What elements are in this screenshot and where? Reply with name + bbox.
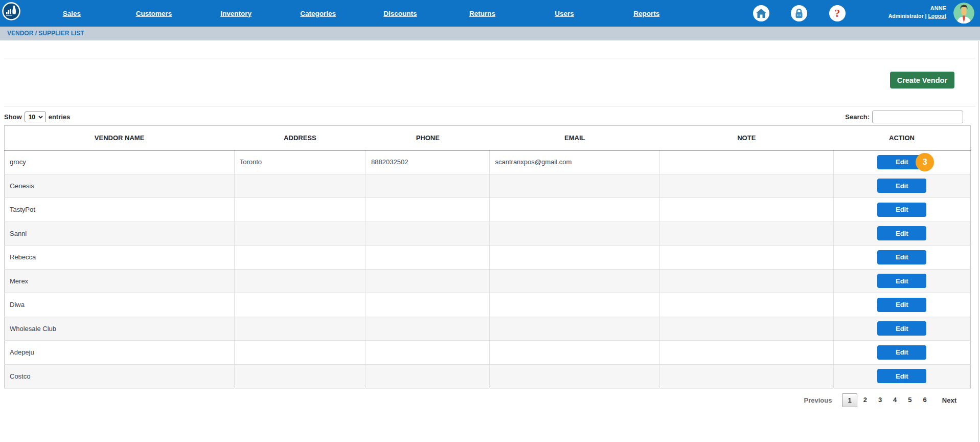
page-button-3[interactable]: 3 — [873, 393, 887, 407]
column-header-phone: PHONE — [366, 126, 490, 150]
edit-button[interactable]: Edit — [877, 369, 926, 383]
cell-email — [490, 317, 660, 341]
cell-email — [490, 341, 660, 365]
nav-item-returns[interactable]: Returns — [441, 0, 523, 27]
avatar[interactable] — [953, 3, 974, 24]
nav-item-reports[interactable]: Reports — [605, 0, 688, 27]
cell-address — [234, 269, 366, 293]
breadcrumb: VENDOR / SUPPLIER LIST — [0, 27, 980, 40]
edit-button[interactable]: Edit — [877, 203, 926, 217]
cell-note — [660, 198, 834, 222]
nav-menu: SalesCustomersInventoryCategoriesDiscoun… — [31, 0, 688, 27]
top-nav: SalesCustomersInventoryCategoriesDiscoun… — [0, 0, 980, 27]
edit-button[interactable]: Edit — [877, 298, 926, 312]
nav-item-sales[interactable]: Sales — [31, 0, 113, 27]
table-row: AdepejuEdit — [5, 341, 971, 365]
nav-item-customers[interactable]: Customers — [113, 0, 195, 27]
cell-address — [234, 364, 366, 388]
page-button-1[interactable]: 1 — [842, 393, 857, 407]
cell-note — [660, 317, 834, 341]
help-icon[interactable]: ? — [829, 5, 846, 21]
cell-action: Edit — [833, 317, 970, 341]
table-row: GenesisEdit — [5, 174, 971, 198]
column-header-email: EMAIL — [490, 126, 660, 150]
edit-button[interactable]: Edit — [877, 226, 926, 240]
chevron-down-icon — [38, 116, 43, 119]
entries-label: entries — [49, 113, 71, 121]
edit-button[interactable]: Edit — [877, 321, 926, 336]
pagination: Previous 123456 Next — [0, 393, 962, 407]
cell-email — [490, 269, 660, 293]
cell-email — [490, 364, 660, 388]
edit-button[interactable]: Edit — [877, 250, 926, 264]
nav-item-users[interactable]: Users — [523, 0, 606, 27]
app-logo-icon[interactable] — [2, 2, 21, 23]
page-button-6[interactable]: 6 — [918, 393, 932, 407]
user-name: ANNE — [888, 5, 946, 12]
divider — [4, 106, 975, 106]
cell-vendor: Adepeju — [5, 341, 235, 365]
cell-action: Edit — [833, 269, 970, 293]
cell-phone — [366, 222, 490, 246]
cell-phone — [366, 341, 490, 365]
scrollbar-track — [978, 41, 979, 442]
edit-button[interactable]: Edit — [877, 179, 926, 193]
table-header-row: VENDOR NAMEADDRESSPHONEEMAILNOTEACTION — [5, 126, 971, 150]
create-vendor-button[interactable]: Create Vendor — [890, 72, 954, 89]
table-row: SanniEdit — [5, 222, 971, 246]
nav-item-discounts[interactable]: Discounts — [359, 0, 442, 27]
edit-button[interactable]: Edit — [877, 345, 926, 360]
cell-phone — [366, 364, 490, 388]
cell-vendor: Rebecca — [5, 246, 235, 270]
cell-email — [490, 222, 660, 246]
nav-item-inventory[interactable]: Inventory — [195, 0, 277, 27]
cell-address — [234, 174, 366, 198]
cell-note — [660, 293, 834, 317]
cell-note — [660, 150, 834, 174]
pagination-previous[interactable]: Previous — [799, 394, 837, 407]
cell-phone — [366, 269, 490, 293]
divider — [4, 58, 975, 58]
show-label: Show — [4, 113, 22, 121]
notification-badge: 3 — [916, 153, 934, 171]
search-input[interactable] — [872, 110, 963, 123]
page-button-2[interactable]: 2 — [858, 393, 872, 407]
cell-phone — [366, 198, 490, 222]
cell-action: Edit — [833, 222, 970, 246]
home-icon[interactable] — [753, 5, 769, 21]
cell-action: Edit — [833, 341, 970, 365]
cell-note — [660, 246, 834, 270]
cell-address: Toronto — [234, 150, 366, 174]
cell-vendor: Sanni — [5, 222, 235, 246]
page-button-5[interactable]: 5 — [903, 393, 917, 407]
search-label: Search: — [845, 113, 870, 121]
cell-vendor: Wholesale Club — [5, 317, 235, 341]
table-row: RebeccaEdit — [5, 246, 971, 270]
lock-icon[interactable] — [791, 5, 807, 21]
cell-note — [660, 174, 834, 198]
cell-email — [490, 174, 660, 198]
cell-address — [234, 341, 366, 365]
cell-phone — [366, 174, 490, 198]
cell-email — [490, 293, 660, 317]
logout-link[interactable]: Logout — [928, 13, 946, 19]
cell-note — [660, 222, 834, 246]
page-button-4[interactable]: 4 — [888, 393, 902, 407]
vendor-table: VENDOR NAMEADDRESSPHONEEMAILNOTEACTION g… — [4, 125, 971, 388]
cell-note — [660, 341, 834, 365]
page-size-select[interactable]: 10 — [25, 112, 46, 122]
nav-item-categories[interactable]: Categories — [277, 0, 359, 27]
cell-phone — [366, 317, 490, 341]
pagination-next[interactable]: Next — [937, 394, 962, 407]
cell-note — [660, 269, 834, 293]
table-row: CostcoEdit — [5, 364, 971, 388]
column-header-note: NOTE — [660, 126, 834, 150]
cell-address — [234, 198, 366, 222]
table-row: TastyPotEdit — [5, 198, 971, 222]
cell-vendor: Genesis — [5, 174, 235, 198]
edit-button[interactable]: Edit — [877, 274, 926, 288]
table-row: grocyToronto8882032502scantranxpos@gmail… — [5, 150, 971, 174]
cell-action: Edit — [833, 293, 970, 317]
cell-vendor: Merex — [5, 269, 235, 293]
table-row: DiwaEdit — [5, 293, 971, 317]
